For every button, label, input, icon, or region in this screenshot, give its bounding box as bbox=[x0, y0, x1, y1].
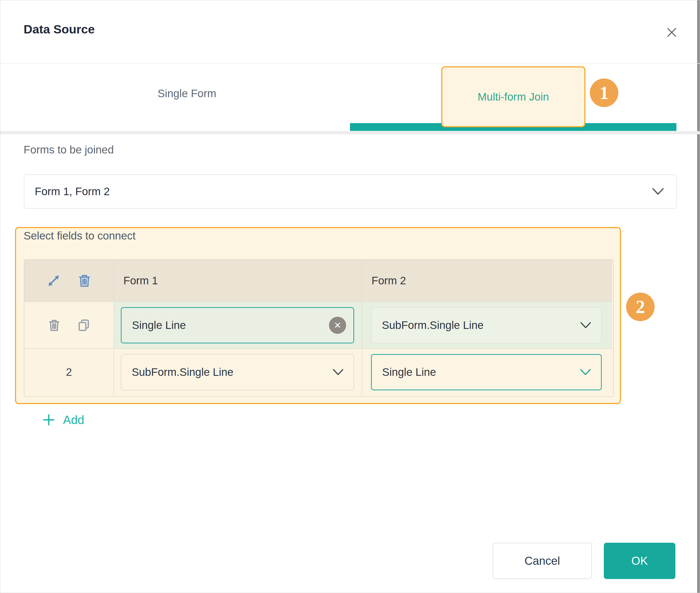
row2-index-cell: 2 bbox=[24, 349, 114, 395]
callout-badge-1-number: 1 bbox=[599, 82, 609, 104]
row1-form2-cell: SubForm.Single Line bbox=[362, 302, 612, 349]
chevron-down-icon bbox=[332, 368, 344, 376]
cancel-button[interactable]: Cancel bbox=[493, 543, 592, 579]
row2-form1-field-select[interactable]: SubForm.Single Line bbox=[121, 354, 354, 390]
column-header-form1: Form 1 bbox=[114, 260, 362, 302]
dialog-title: Data Source bbox=[24, 22, 94, 36]
tab-single-form[interactable]: Single Form bbox=[24, 78, 350, 109]
data-source-dialog: Data Source Single Form Multi-form Join … bbox=[0, 0, 700, 593]
table-header-tools-cell bbox=[24, 260, 114, 302]
tab-multi-form-join[interactable]: Multi-form Join bbox=[441, 66, 585, 127]
forms-to-join-label: Forms to be joined bbox=[24, 144, 114, 156]
row1-delete-trash-icon[interactable] bbox=[47, 318, 62, 332]
add-row-button[interactable]: Add bbox=[42, 413, 84, 427]
close-icon bbox=[665, 26, 678, 39]
plus-icon bbox=[42, 413, 56, 427]
add-row-label: Add bbox=[63, 413, 84, 427]
select-fields-label: Select fields to connect bbox=[24, 230, 135, 242]
row1-form1-field-input[interactable]: Single Line ✕ bbox=[121, 307, 354, 344]
row1-tools-cell bbox=[24, 302, 114, 349]
chevron-down-icon bbox=[651, 187, 665, 196]
chevron-down-icon bbox=[579, 321, 592, 329]
row1-form1-cell: Single Line ✕ bbox=[114, 302, 362, 349]
callout-badge-1: 1 bbox=[590, 79, 618, 107]
window-edge-scrollbar[interactable] bbox=[697, 0, 700, 593]
header-divider bbox=[0, 63, 700, 64]
row2-form1-cell: SubForm.Single Line bbox=[114, 349, 362, 395]
delete-all-trash-icon[interactable] bbox=[77, 273, 92, 288]
join-fields-table: Form 1 Form 2 Single Lin bbox=[24, 260, 614, 397]
row2-form2-cell: Single Line bbox=[362, 349, 612, 395]
callout-badge-2-number: 2 bbox=[636, 296, 645, 318]
forms-to-join-value: Form 1, Form 2 bbox=[24, 185, 110, 198]
callout-badge-2: 2 bbox=[626, 292, 655, 321]
expand-icon[interactable] bbox=[46, 273, 62, 289]
tab-multi-form-join-label: Multi-form Join bbox=[477, 91, 549, 103]
tab-divider bbox=[0, 131, 700, 134]
ok-button[interactable]: OK bbox=[604, 543, 675, 579]
column-header-form2: Form 2 bbox=[362, 260, 612, 302]
row2-index: 2 bbox=[66, 366, 72, 379]
close-button[interactable] bbox=[661, 22, 682, 43]
row1-copy-icon[interactable] bbox=[76, 318, 91, 332]
forms-to-join-select[interactable]: Form 1, Form 2 bbox=[24, 174, 677, 209]
chevron-down-icon bbox=[579, 368, 592, 376]
row1-form2-field-select[interactable]: SubForm.Single Line bbox=[371, 307, 602, 344]
tab-single-form-label: Single Form bbox=[158, 87, 216, 100]
row2-form2-field-select[interactable]: Single Line bbox=[371, 354, 602, 390]
clear-field-icon[interactable]: ✕ bbox=[329, 317, 346, 334]
